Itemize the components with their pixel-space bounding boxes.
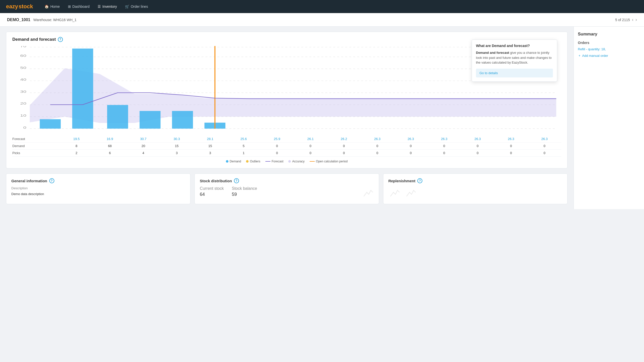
picks-nov: 2	[60, 150, 93, 157]
refill-link[interactable]: Refill - quantity: 18,	[578, 47, 606, 51]
add-manual-order[interactable]: ＋ Add manual order	[578, 53, 640, 58]
replenishment-title: Replenishment ?	[388, 178, 562, 183]
forecast-jun: 26.1	[294, 135, 327, 143]
forecast-row: Forecast 19.5 16.9 30.7 30.3 28.1 25.6 2…	[12, 135, 561, 143]
nav-items: 🏠 Home ⊞ Dashboard ☰ Inventory 🛒 Order l…	[41, 3, 151, 10]
general-info-help-icon[interactable]: ?	[49, 178, 54, 183]
svg-text:Oct: Oct	[420, 131, 429, 131]
picks-nov2: 0	[461, 150, 494, 157]
picks-sep: 0	[394, 150, 427, 157]
picks-2021: 0	[528, 150, 561, 157]
orders-section-title: Orders	[578, 41, 640, 45]
nav-home[interactable]: 🏠 Home	[41, 3, 63, 10]
svg-text:2021: 2021	[523, 131, 536, 131]
forecast-data-table: Forecast 19.5 16.9 30.7 30.3 28.1 25.6 2…	[12, 135, 561, 157]
content-area: Demand and forecast ? 0 10 20 30 40 50 6…	[0, 27, 574, 209]
item-id: DEMO_1001	[7, 18, 30, 22]
page-header-left: DEMO_1001 Warehouse: WHG16 WH_1	[7, 18, 76, 22]
current-stock-value: 64	[200, 192, 224, 197]
svg-text:2020: 2020	[111, 131, 124, 131]
forecast-nov: 19.5	[60, 135, 93, 143]
logo[interactable]: eazystock	[6, 3, 33, 10]
picks-jun: 0	[294, 150, 327, 157]
nav-inventory-label: Inventory	[102, 5, 117, 9]
svg-text:10: 10	[20, 114, 26, 117]
demand-dec: 68	[93, 143, 127, 150]
picks-may: 0	[260, 150, 294, 157]
legend-accuracy: Accuracy	[288, 160, 304, 163]
demand-row: Demand 8 68 20 15 15 5 0 0 0 0 0 0 0	[12, 143, 561, 150]
stock-distribution-chart-placeholder	[362, 186, 374, 199]
nav-order-lines[interactable]: 🛒 Order lines	[122, 3, 151, 10]
page-header: DEMO_1001 Warehouse: WHG16 WH_1 5 of 211…	[0, 13, 644, 27]
description-value: Demo data description	[11, 192, 44, 196]
dashboard-icon: ⊞	[68, 5, 71, 9]
stock-distribution-help-icon[interactable]: ?	[234, 178, 239, 183]
svg-rect-17	[40, 119, 61, 128]
demand-forecast-card: Demand and forecast ? 0 10 20 30 40 50 6…	[6, 32, 568, 168]
svg-text:Sep: Sep	[385, 131, 394, 131]
svg-text:Nov: Nov	[455, 131, 464, 131]
popover-body: Demand and forecast give you a chance to…	[476, 50, 553, 65]
legend-forecast-line	[265, 161, 270, 162]
next-chevron[interactable]: ›	[635, 17, 637, 22]
forecast-may: 25.9	[260, 135, 294, 143]
legend-demand: Demand	[226, 160, 241, 163]
legend-accuracy-dot	[288, 160, 291, 163]
general-info-title-text: General information	[11, 179, 47, 183]
forecast-jul: 26.2	[327, 135, 361, 143]
general-info-title: General information ?	[11, 178, 185, 183]
legend-outliers-label: Outliers	[250, 160, 260, 163]
picks-dec2: 0	[494, 150, 528, 157]
replenishment-help-icon[interactable]: ?	[417, 178, 422, 183]
demand-label: Demand	[12, 143, 60, 150]
warehouse-label: Warehouse: WHG16 WH_1	[33, 18, 76, 22]
prev-chevron[interactable]: ‹	[632, 17, 633, 22]
picks-aug: 0	[360, 150, 394, 157]
picks-dec: 6	[93, 150, 127, 157]
svg-text:20: 20	[20, 102, 26, 105]
forecast-2021: 26.3	[528, 135, 561, 143]
forecast-dec: 16.9	[93, 135, 127, 143]
stock-balance-value: 59	[232, 192, 257, 197]
legend-outliers-dot	[246, 160, 249, 163]
general-info-card: General information ? Description Demo d…	[6, 173, 190, 204]
forecast-nov2: 26.3	[461, 135, 494, 143]
main-layout: Demand and forecast ? 0 10 20 30 40 50 6…	[0, 27, 644, 209]
forecast-feb: 30.3	[160, 135, 193, 143]
demand-apr: 5	[227, 143, 260, 150]
svg-text:50: 50	[20, 66, 26, 69]
logo-accent: stock	[19, 3, 33, 10]
svg-text:40: 40	[20, 78, 26, 81]
nav-inventory[interactable]: ☰ Inventory	[94, 3, 120, 10]
picks-2020: 4	[127, 150, 160, 157]
nav-dashboard[interactable]: ⊞ Dashboard	[64, 3, 93, 10]
demand-mar: 15	[193, 143, 227, 150]
legend-forecast: Forecast	[265, 160, 284, 163]
demand-forecast-popover: What are Demand and forecast? Demand and…	[472, 39, 557, 82]
popover-title: What are Demand and forecast?	[476, 44, 553, 48]
legend-forecast-label: Forecast	[272, 160, 284, 163]
demand-nov: 8	[60, 143, 93, 150]
svg-rect-20	[140, 111, 160, 128]
picks-apr: 1	[227, 150, 260, 157]
counter-text: 5 of 2115	[615, 18, 630, 22]
sidebar: Summary Orders Refill - quantity: 18, ＋ …	[574, 27, 644, 209]
bottom-cards: General information ? Description Demo d…	[6, 173, 568, 204]
replenishment-title-text: Replenishment	[388, 179, 416, 183]
popover-go-to-details[interactable]: Go to details	[476, 69, 553, 77]
nav-order-lines-label: Order lines	[131, 5, 148, 9]
legend-demand-dot	[226, 160, 228, 163]
replenishment-chart-placeholder	[388, 186, 562, 198]
chart-legend: Demand Outliers Forecast Accuracy Open c…	[12, 160, 561, 163]
svg-text:0: 0	[23, 126, 26, 129]
inventory-icon: ☰	[98, 5, 101, 9]
picks-row: Picks 2 6 4 3 3 1 0 0 0 0 0 0 0	[12, 150, 561, 157]
forecast-oct: 26.3	[427, 135, 461, 143]
demand-feb: 15	[160, 143, 193, 150]
demand-forecast-title-text: Demand and forecast	[12, 37, 56, 42]
demand-forecast-help-icon[interactable]: ?	[58, 37, 63, 42]
legend-open-calc: Open calculation period	[310, 160, 348, 163]
legend-accuracy-label: Accuracy	[292, 160, 304, 163]
svg-text:Apr: Apr	[211, 131, 219, 131]
